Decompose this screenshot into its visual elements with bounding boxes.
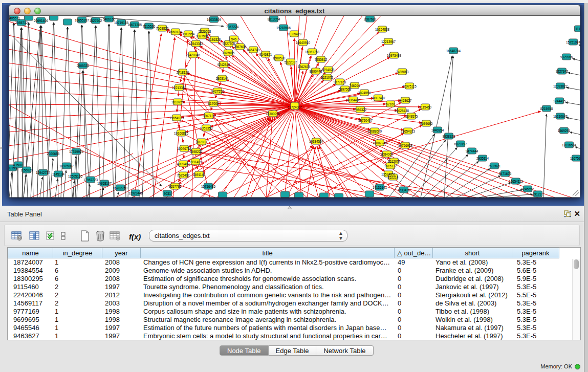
svg-text:9245652: 9245652 <box>521 187 534 191</box>
svg-text:10807487: 10807487 <box>371 96 386 100</box>
svg-text:10688609: 10688609 <box>367 129 382 133</box>
svg-text:12213382: 12213382 <box>172 86 187 90</box>
svg-text:8215958: 8215958 <box>540 107 553 111</box>
svg-text:14136141: 14136141 <box>373 186 387 189</box>
svg-text:7663822: 7663822 <box>156 27 169 30</box>
svg-text:12505135: 12505135 <box>68 174 83 178</box>
svg-text:20364436: 20364436 <box>346 98 361 102</box>
svg-text:435001: 435001 <box>13 163 24 167</box>
svg-text:10543362: 10543362 <box>189 42 204 46</box>
svg-text:18300295: 18300295 <box>266 112 280 116</box>
svg-text:4498222: 4498222 <box>190 150 203 154</box>
svg-text:1610755: 1610755 <box>171 100 184 104</box>
svg-text:5226058: 5226058 <box>199 30 211 33</box>
svg-text:8813054: 8813054 <box>268 17 280 21</box>
svg-text:12093822: 12093822 <box>553 84 568 88</box>
svg-text:19654933: 19654933 <box>169 116 184 120</box>
svg-text:16671385: 16671385 <box>127 23 142 27</box>
svg-text:7485063: 7485063 <box>396 70 409 74</box>
svg-text:1145194: 1145194 <box>52 172 65 176</box>
svg-text:9463627: 9463627 <box>399 99 412 102</box>
svg-text:2087682: 2087682 <box>364 17 377 21</box>
svg-text:7955812: 7955812 <box>315 58 328 61</box>
svg-text:1527602: 1527602 <box>90 19 102 23</box>
svg-text:9427552: 9427552 <box>211 90 224 93</box>
svg-text:9031: 9031 <box>164 192 171 195</box>
svg-text:887833: 887833 <box>196 140 207 144</box>
svg-text:9327505: 9327505 <box>196 34 209 38</box>
svg-text:1849575: 1849575 <box>405 115 418 118</box>
svg-text:3824554: 3824554 <box>358 91 371 95</box>
svg-text:1244415: 1244415 <box>553 99 566 103</box>
svg-text:1588520: 1588520 <box>273 56 286 60</box>
svg-text:8186328: 8186328 <box>208 38 221 41</box>
svg-text:9242848: 9242848 <box>217 63 230 67</box>
svg-text:39159: 39159 <box>9 166 17 170</box>
svg-text:6879197: 6879197 <box>454 142 467 146</box>
svg-text:1353359: 1353359 <box>200 126 213 130</box>
svg-text:546: 546 <box>231 37 237 41</box>
svg-text:817006: 817006 <box>208 102 219 105</box>
svg-text:9329966: 9329966 <box>560 55 573 59</box>
svg-text:19218506: 19218506 <box>276 26 291 30</box>
svg-text:2718126: 2718126 <box>177 71 189 74</box>
svg-text:1612074: 1612074 <box>388 160 401 163</box>
svg-text:9777169: 9777169 <box>334 80 346 84</box>
svg-text:2055712: 2055712 <box>15 21 28 25</box>
svg-text:19654923: 19654923 <box>401 129 416 133</box>
svg-text:10655287: 10655287 <box>75 18 90 22</box>
svg-text:1691144: 1691144 <box>193 173 206 177</box>
svg-text:1569291: 1569291 <box>558 129 571 133</box>
svg-text:1167534: 1167534 <box>570 157 580 160</box>
svg-text:20691406: 20691406 <box>34 19 49 23</box>
svg-text:3267130: 3267130 <box>203 114 215 118</box>
svg-text:12923448: 12923448 <box>128 191 143 195</box>
svg-text:10973493: 10973493 <box>387 54 402 57</box>
svg-text:8660124: 8660124 <box>169 30 182 34</box>
svg-text:9227342: 9227342 <box>556 70 569 73</box>
svg-text:7515526: 7515526 <box>143 25 156 28</box>
svg-text:7357224: 7357224 <box>226 25 239 29</box>
svg-text:1156829: 1156829 <box>20 168 33 172</box>
svg-text:10025438: 10025438 <box>395 109 409 113</box>
svg-text:17016504: 17016504 <box>562 143 577 147</box>
svg-text:16210643: 16210643 <box>553 115 568 118</box>
svg-text:10975867: 10975867 <box>59 164 74 168</box>
svg-text:2905334: 2905334 <box>77 64 90 68</box>
svg-text:11325419: 11325419 <box>287 32 301 36</box>
svg-text:9657791: 9657791 <box>169 185 182 188</box>
svg-text:6897568: 6897568 <box>339 87 352 91</box>
svg-text:9699695: 9699695 <box>420 122 433 125</box>
svg-text:6466160: 6466160 <box>103 17 116 21</box>
svg-text:2867608: 2867608 <box>234 45 247 49</box>
svg-text:7986322: 7986322 <box>354 108 367 112</box>
svg-text:9084067: 9084067 <box>381 152 394 156</box>
svg-text:2803144: 2803144 <box>216 77 229 80</box>
svg-text:746266: 746266 <box>349 84 360 87</box>
svg-text:16033809: 16033809 <box>207 18 222 21</box>
svg-text:19166825: 19166825 <box>174 132 189 135</box>
svg-text:1991489: 1991489 <box>189 160 202 164</box>
svg-text:3912954: 3912954 <box>182 32 195 36</box>
svg-text:62160: 62160 <box>386 102 395 106</box>
svg-text:16782759: 16782759 <box>113 186 128 190</box>
svg-text:9115460: 9115460 <box>419 105 432 109</box>
svg-text:8990448: 8990448 <box>310 70 322 73</box>
svg-text:1440954: 1440954 <box>431 128 444 132</box>
svg-text:3875685: 3875685 <box>222 51 235 55</box>
svg-text:18807249: 18807249 <box>373 141 387 145</box>
svg-text:9123: 9123 <box>534 192 542 196</box>
svg-text:9146821: 9146821 <box>259 53 272 56</box>
svg-text:8938923: 8938923 <box>443 135 455 138</box>
svg-text:1733426: 1733426 <box>398 188 410 192</box>
svg-text:1362615: 1362615 <box>298 65 311 69</box>
svg-text:5322037: 5322037 <box>285 60 297 64</box>
svg-text:12942737: 12942737 <box>36 171 51 174</box>
svg-text:1621072: 1621072 <box>321 76 334 79</box>
svg-text:10756928: 10756928 <box>398 144 413 147</box>
svg-text:2935114: 2935114 <box>476 157 489 160</box>
svg-text:16961758: 16961758 <box>305 50 320 54</box>
svg-text:10654112: 10654112 <box>509 180 523 183</box>
svg-text:15720407: 15720407 <box>358 119 373 122</box>
svg-text:7632621: 7632621 <box>488 164 501 168</box>
